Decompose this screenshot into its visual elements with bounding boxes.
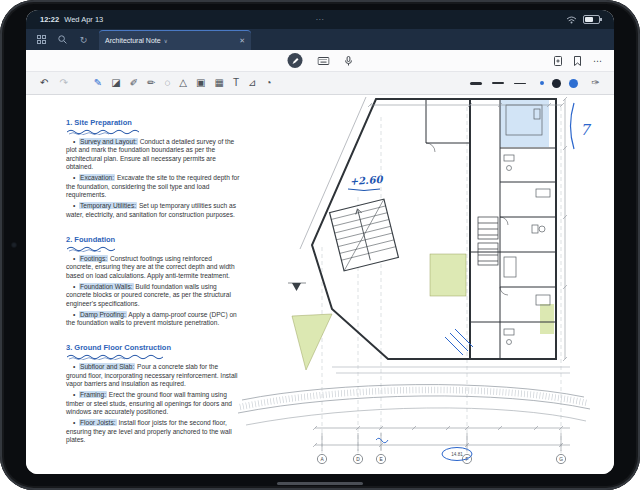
color-blue-selected[interactable] (540, 81, 544, 85)
squiggle-underline (66, 129, 144, 135)
note-item: • Excavation: Excavate the site to the r… (66, 174, 240, 199)
green-room-fill (430, 254, 466, 296)
ipad-device: 12:22 Wed Apr 13 ⋯ (0, 0, 640, 490)
timer-tool-icon[interactable]: ◔ (265, 78, 271, 88)
elevation-note: +2.60 (349, 174, 383, 187)
lasso-tool-icon[interactable]: ◌ (164, 78, 170, 88)
keyboard-icon[interactable] (318, 57, 330, 65)
tool-bar: ↶ ↷ ✎ ◪ ✐ ✏ ◌ △ ▣ ▦ T ⊿ ◔ (26, 72, 614, 95)
marker-icon (291, 57, 299, 65)
margin-note: 7 (580, 121, 592, 139)
sync-icon[interactable]: ↻ (76, 32, 91, 47)
front-camera (11, 242, 17, 248)
sticker-tool-icon[interactable]: ▣ (196, 78, 205, 88)
green-wing-fill (292, 314, 332, 370)
quick-bar: ⋯ (26, 50, 614, 72)
highlighter-tool-icon[interactable]: ✐ (130, 78, 138, 88)
pen-settings-icon[interactable]: ✑ (592, 78, 600, 88)
margin-bracket (571, 103, 575, 149)
section-heading: 2. Foundation (66, 235, 115, 244)
green-patch-fill (540, 304, 554, 334)
highlighted-term: Floor Joists: (79, 419, 117, 426)
microphone-icon[interactable] (345, 56, 353, 66)
terrain-contours (238, 385, 590, 425)
undo-button[interactable]: ↶ (40, 78, 48, 88)
grid-bubbles: A D E F G (317, 454, 565, 463)
note-item: • Floor Joists: Install floor joists for… (66, 419, 240, 444)
ruler-tool-icon[interactable]: ⊿ (248, 78, 256, 88)
tab-title: Architectural Note (105, 37, 161, 44)
section-heading: 1. Site Preparation (66, 118, 132, 127)
tool-group: ✎ ◪ ✐ ✏ ◌ △ ▣ ▦ T ⊿ ◔ (94, 78, 272, 88)
svg-text:E: E (379, 457, 382, 462)
highlighted-term: Survey and Layout: (79, 138, 138, 145)
stroke-thick-button[interactable] (470, 82, 482, 85)
search-icon[interactable] (55, 32, 70, 47)
highlighted-term: Framing: (79, 391, 107, 398)
redo-button[interactable]: ↷ (59, 78, 67, 88)
pen-tool-icon[interactable]: ✎ (94, 78, 102, 88)
ink-check-scribble (376, 438, 388, 443)
pencil-tool-icon[interactable]: ✏ (147, 78, 155, 88)
highlighted-term: Damp Proofing: (79, 311, 127, 318)
status-bar: 12:22 Wed Apr 13 ⋯ (26, 10, 614, 29)
clock: 12:22 (40, 15, 59, 24)
tab-bar: ↻ Architectural Note ∨ ✕ (26, 29, 614, 50)
note-page[interactable]: 1. Site Preparation • Survey and Layout:… (26, 95, 614, 474)
chevron-down-icon[interactable]: ∨ (164, 38, 168, 44)
stroke-medium-button[interactable] (492, 82, 504, 84)
note-item: • Framing: Erect the ground floor wall f… (66, 391, 240, 416)
color-blue[interactable] (569, 79, 578, 88)
date: Wed Apr 13 (64, 15, 103, 24)
note-item: • Footings: Construct footings using rei… (66, 255, 240, 280)
appliance-stack (478, 217, 498, 265)
note-item: • Survey and Layout: Conduct a detailed … (66, 138, 240, 172)
section-heading: 3. Ground Floor Construction (66, 343, 171, 352)
squiggle-underline (66, 354, 170, 360)
more-icon[interactable]: ⋯ (593, 56, 602, 66)
highlighted-term: Subfloor and Slab: (79, 363, 135, 370)
note-item: • Damp Proofing: Apply a damp-proof cour… (66, 311, 240, 328)
svg-text:G: G (559, 457, 563, 462)
eraser-tool-icon[interactable]: ◪ (111, 78, 120, 88)
edit-mode-toggle[interactable] (288, 53, 303, 68)
terrace-edge (332, 367, 570, 373)
shapes-tool-icon[interactable]: △ (179, 78, 187, 88)
image-tool-icon[interactable]: ▦ (215, 78, 224, 88)
stroke-width-group (470, 82, 526, 85)
grid-marker: D (353, 454, 362, 463)
squiggle-underline (66, 246, 120, 252)
grid-marker: G (556, 454, 565, 463)
highlighted-term: Foundation Walls: (79, 283, 134, 290)
circled-dimension: 14.81 (451, 452, 463, 457)
elevation-marker (288, 283, 306, 291)
screen: 12:22 Wed Apr 13 ⋯ (26, 10, 614, 474)
wifi-icon (566, 16, 577, 24)
bookmark-icon[interactable] (574, 56, 581, 66)
grid-marker: A (317, 454, 326, 463)
floor-plan-drawing: A D E F G (236, 97, 608, 473)
tab-architectural-note[interactable]: Architectural Note ∨ ✕ (99, 30, 251, 50)
note-item: • Temporary Utilities: Set up temporary … (66, 202, 240, 219)
add-page-icon[interactable] (554, 56, 562, 66)
highlighted-term: Excavation: (79, 174, 115, 181)
note-item: • Foundation Walls: Build foundation wal… (66, 283, 240, 308)
notes-column: 1. Site Preparation • Survey and Layout:… (66, 111, 240, 453)
color-navy[interactable] (552, 79, 561, 88)
tab-close-icon[interactable]: ✕ (239, 37, 245, 45)
home-indicator[interactable] (277, 482, 363, 486)
apps-grid-icon[interactable] (34, 32, 49, 47)
ink-hatch-scribble (445, 329, 473, 355)
note-section-foundation: 2. Foundation • Footings: Construct foot… (66, 228, 240, 328)
note-section-ground-floor: 3. Ground Floor Construction • Subfloor … (66, 336, 240, 444)
battery-icon (583, 15, 600, 24)
highlighted-term: Temporary Utilities: (79, 202, 137, 209)
highlighted-term: Footings: (79, 255, 108, 262)
note-item: • Subfloor and Slab: Pour a concrete sla… (66, 363, 240, 388)
stroke-thin-button[interactable] (514, 83, 526, 84)
grid-marker: E (376, 454, 385, 463)
note-section-site-preparation: 1. Site Preparation • Survey and Layout:… (66, 111, 240, 219)
text-tool-icon[interactable]: T (233, 78, 239, 88)
multitask-dots-icon[interactable]: ⋯ (316, 15, 325, 24)
pen-color-group (540, 79, 578, 88)
